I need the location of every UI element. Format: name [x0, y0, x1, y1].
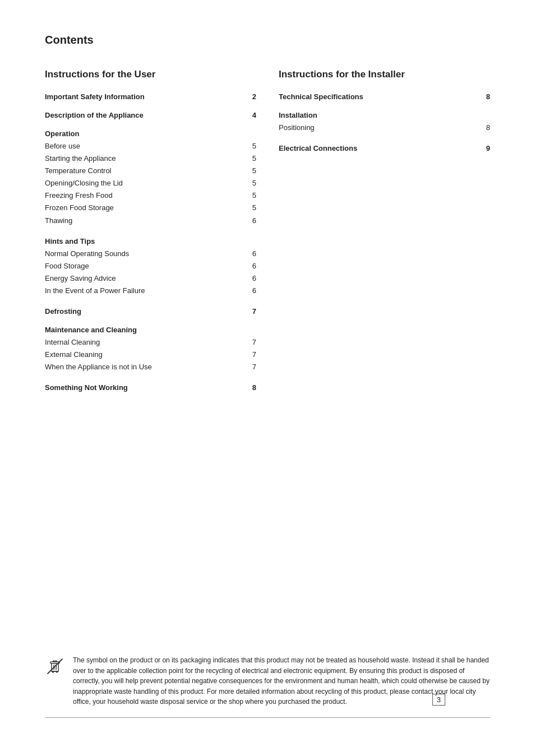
- electrical-label: Electrical Connections: [279, 144, 479, 152]
- normal-sounds-page: 6: [245, 248, 256, 260]
- power-failure-page: 6: [245, 285, 256, 297]
- toc-section-important-safety: Important Safety Information 2: [45, 92, 256, 101]
- footer-rule: [45, 717, 490, 718]
- internal-cleaning-page: 7: [245, 336, 256, 349]
- footer-note: The symbol on the product or on its pack…: [45, 655, 490, 707]
- positioning-page: 8: [479, 122, 490, 134]
- toc-row: Positioning 8: [279, 122, 490, 134]
- toc-row: Opening/Closing the Lid 5: [45, 177, 256, 189]
- toc-section-maintenance: Maintenance and Cleaning Internal Cleani…: [45, 326, 256, 373]
- opening-closing-label: Opening/Closing the Lid: [45, 177, 245, 189]
- not-in-use-page: 7: [245, 361, 256, 373]
- toc-row: Energy Saving Advice 6: [45, 272, 256, 285]
- toc-section-not-working: Something Not Working 8: [45, 383, 256, 392]
- toc-section-title-row-not-working: Something Not Working 8: [45, 383, 256, 392]
- toc-row: External Cleaning 7: [45, 349, 256, 361]
- toc-row: Before use 5: [45, 140, 256, 152]
- toc-section-title-row-tech-specs: Technical Specifications 8: [279, 92, 490, 101]
- starting-appliance-label: Starting the Appliance: [45, 152, 245, 165]
- energy-saving-page: 6: [245, 272, 256, 285]
- svg-point-8: [52, 671, 54, 673]
- before-use-page: 5: [245, 140, 256, 152]
- food-storage-label: Food Storage: [45, 260, 245, 272]
- left-column-heading: Instructions for the User: [45, 69, 256, 80]
- footer-area: The symbol on the product or on its pack…: [45, 655, 490, 722]
- right-column: Instructions for the Installer Technical…: [279, 69, 490, 402]
- opening-closing-page: 5: [245, 177, 256, 189]
- recycling-icon: [45, 656, 65, 678]
- not-working-page: 8: [245, 383, 256, 392]
- svg-point-9: [56, 671, 58, 673]
- external-cleaning-page: 7: [245, 349, 256, 361]
- normal-sounds-label: Normal Operating Sounds: [45, 248, 245, 260]
- footer-text: The symbol on the product or on its pack…: [73, 655, 490, 707]
- toc-row: Food Storage 6: [45, 260, 256, 272]
- description-page: 4: [245, 111, 256, 119]
- page-title: Contents: [45, 34, 490, 47]
- energy-saving-label: Energy Saving Advice: [45, 272, 245, 285]
- toc-section-installation: Installation Positioning 8: [279, 111, 490, 134]
- thawing-label: Thawing: [45, 215, 245, 227]
- food-storage-page: 6: [245, 260, 256, 272]
- toc-row: Frozen Food Storage 5: [45, 202, 256, 214]
- frozen-food-label: Frozen Food Storage: [45, 202, 245, 214]
- tech-specs-label: Technical Specifications: [279, 92, 479, 101]
- toc-section-title-row-electrical: Electrical Connections 9: [279, 144, 490, 152]
- toc-columns: Instructions for the User Important Safe…: [45, 69, 490, 402]
- toc-section-electrical: Electrical Connections 9: [279, 144, 490, 152]
- installation-title: Installation: [279, 111, 490, 119]
- left-column: Instructions for the User Important Safe…: [45, 69, 256, 402]
- starting-appliance-page: 5: [245, 152, 256, 165]
- hints-title: Hints and Tips: [45, 237, 256, 245]
- temp-control-label: Temperature Control: [45, 165, 245, 177]
- important-safety-page: 2: [245, 92, 256, 101]
- toc-section-operation: Operation Before use 5 Starting the Appl…: [45, 129, 256, 227]
- temp-control-page: 5: [245, 165, 256, 177]
- toc-section-tech-specs: Technical Specifications 8: [279, 92, 490, 101]
- svg-rect-3: [53, 661, 57, 662]
- toc-row: Starting the Appliance 5: [45, 152, 256, 165]
- toc-row: Temperature Control 5: [45, 165, 256, 177]
- internal-cleaning-label: Internal Cleaning: [45, 336, 245, 349]
- maintenance-title: Maintenance and Cleaning: [45, 326, 256, 334]
- page: Contents Instructions for the User Impor…: [0, 0, 535, 756]
- freezing-fresh-page: 5: [245, 189, 256, 202]
- tech-specs-page: 8: [479, 92, 490, 101]
- toc-row: Normal Operating Sounds 6: [45, 248, 256, 260]
- external-cleaning-label: External Cleaning: [45, 349, 245, 361]
- electrical-page: 9: [479, 144, 490, 152]
- defrosting-page: 7: [245, 307, 256, 316]
- right-column-heading: Instructions for the Installer: [279, 69, 490, 80]
- frozen-food-page: 5: [245, 202, 256, 214]
- power-failure-label: In the Event of a Power Failure: [45, 285, 245, 297]
- freezing-fresh-label: Freezing Fresh Food: [45, 189, 245, 202]
- toc-section-title-row-description: Description of the Appliance 4: [45, 111, 256, 119]
- defrosting-label: Defrosting: [45, 307, 245, 316]
- operation-title: Operation: [45, 129, 256, 138]
- not-in-use-label: When the Appliance is not in Use: [45, 361, 245, 373]
- important-safety-label: Important Safety Information: [45, 92, 245, 101]
- before-use-label: Before use: [45, 140, 245, 152]
- thawing-page: 6: [245, 215, 256, 227]
- toc-section-title-row-important-safety: Important Safety Information 2: [45, 92, 256, 101]
- toc-row: Thawing 6: [45, 215, 256, 227]
- toc-section-hints: Hints and Tips Normal Operating Sounds 6…: [45, 237, 256, 297]
- toc-row: In the Event of a Power Failure 6: [45, 285, 256, 297]
- toc-section-title-row-defrosting: Defrosting 7: [45, 307, 256, 316]
- toc-row: Freezing Fresh Food 5: [45, 189, 256, 202]
- toc-row: Internal Cleaning 7: [45, 336, 256, 349]
- positioning-label: Positioning: [279, 122, 479, 134]
- page-number: 3: [432, 694, 445, 706]
- toc-section-defrosting: Defrosting 7: [45, 307, 256, 316]
- description-label: Description of the Appliance: [45, 111, 245, 119]
- toc-row: When the Appliance is not in Use 7: [45, 361, 256, 373]
- not-working-label: Something Not Working: [45, 383, 245, 392]
- toc-section-description: Description of the Appliance 4: [45, 111, 256, 119]
